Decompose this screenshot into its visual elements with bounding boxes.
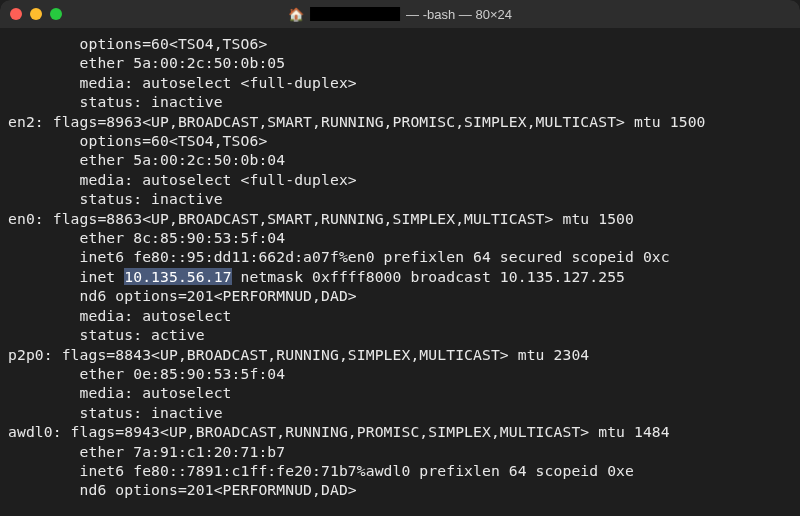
terminal-line: ether 0e:85:90:53:5f:04 [8,365,285,382]
terminal-line: status: inactive [8,93,223,110]
minimize-button[interactable] [30,8,42,20]
terminal-line: ether 7a:91:c1:20:71:b7 [8,443,285,460]
terminal-line: inet6 fe80::7891:c1ff:fe20:71b7%awdl0 pr… [8,462,634,479]
terminal-line: nd6 options=201<PERFORMNUD,DAD> [8,287,357,304]
terminal-line: status: inactive [8,404,223,421]
redacted-username [310,7,400,21]
zoom-button[interactable] [50,8,62,20]
terminal-line: status: active [8,326,205,343]
terminal-line: media: autoselect [8,384,232,401]
terminal-line: nd6 options=201<PERFORMNUD,DAD> [8,481,357,498]
terminal-line: awdl0: flags=8943<UP,BROADCAST,RUNNING,P… [8,423,670,440]
terminal-line: p2p0: flags=8843<UP,BROADCAST,RUNNING,SI… [8,346,589,363]
traffic-lights [10,8,62,20]
window-titlebar: 🏠 — -bash — 80×24 [0,0,800,28]
terminal-line: media: autoselect [8,307,232,324]
terminal-line: ether 5a:00:2c:50:0b:04 [8,151,285,168]
window-title: 🏠 — -bash — 80×24 [288,7,512,22]
terminal-output[interactable]: options=60<TSO4,TSO6> ether 5a:00:2c:50:… [0,28,800,506]
terminal-line: ether 8c:85:90:53:5f:04 [8,229,285,246]
terminal-line: options=60<TSO4,TSO6> [8,132,267,149]
terminal-line: inet6 fe80::95:dd11:662d:a07f%en0 prefix… [8,248,670,265]
terminal-line: en0: flags=8863<UP,BROADCAST,SMART,RUNNI… [8,210,634,227]
terminal-line-inet-prefix: inet [8,268,124,285]
highlighted-ip[interactable]: 10.135.56.17 [124,268,231,285]
terminal-line: media: autoselect <full-duplex> [8,171,357,188]
terminal-line-inet-suffix: netmask 0xffff8000 broadcast 10.135.127.… [232,268,625,285]
terminal-line: options=60<TSO4,TSO6> [8,35,267,52]
close-button[interactable] [10,8,22,20]
title-suffix: — -bash — 80×24 [406,7,512,22]
home-icon: 🏠 [288,7,304,22]
terminal-line: ether 5a:00:2c:50:0b:05 [8,54,285,71]
terminal-line: status: inactive [8,190,223,207]
terminal-line: media: autoselect <full-duplex> [8,74,357,91]
terminal-line: en2: flags=8963<UP,BROADCAST,SMART,RUNNI… [8,113,706,130]
